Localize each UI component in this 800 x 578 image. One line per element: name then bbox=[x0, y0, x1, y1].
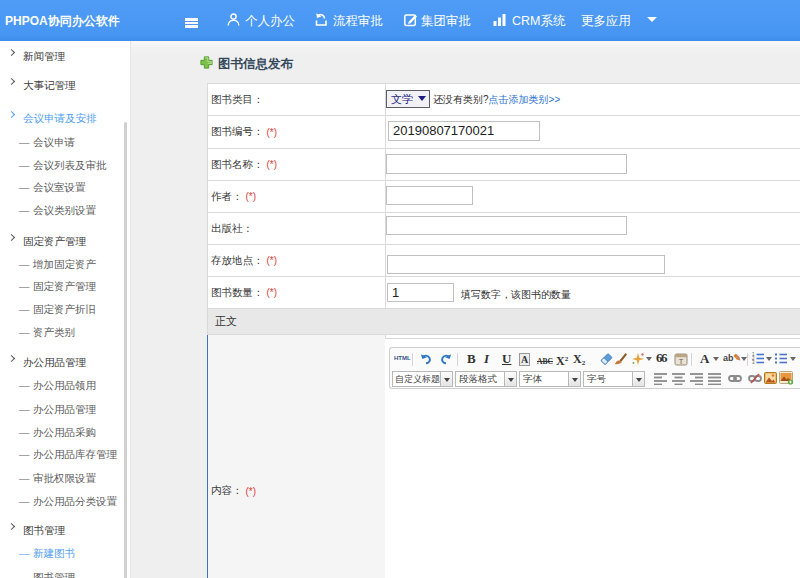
svg-text:T: T bbox=[679, 357, 684, 366]
svg-text:3: 3 bbox=[752, 360, 755, 365]
